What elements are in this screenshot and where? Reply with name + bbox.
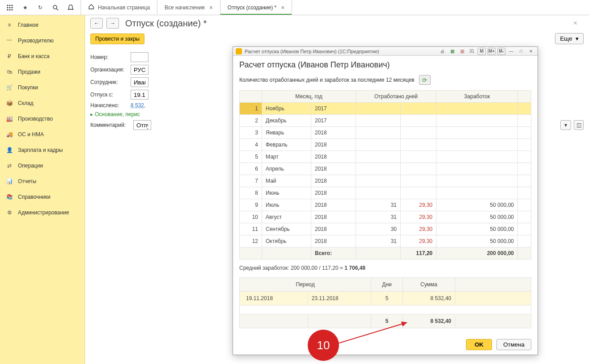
forward-button[interactable]: → [106, 18, 119, 29]
period-row[interactable]: 19.11.2018 23.11.2018 5 8 532,40 [240, 292, 531, 305]
number-field[interactable] [131, 52, 148, 62]
m-button[interactable]: M [478, 48, 486, 55]
svg-point-6 [7, 9, 8, 10]
sidebar-item-assets[interactable]: 🚚ОС и НМА [0, 126, 85, 142]
apps-icon[interactable] [6, 4, 13, 11]
chevron-right-icon[interactable]: ▸ [90, 111, 93, 117]
post-and-close-button[interactable]: Провести и закры [90, 33, 144, 44]
table-row[interactable]: 4Февраль2018 [240, 139, 531, 151]
table-row[interactable]: 9Июль20183129,3050 000,00 [240, 199, 531, 211]
row-index: 8 [240, 187, 262, 199]
calendar-icon[interactable]: ▦ [458, 48, 466, 55]
sidebar-item-warehouse[interactable]: 📦Склад [0, 95, 85, 111]
sidebar-item-label: Производство [18, 116, 53, 122]
row-earn [436, 175, 518, 187]
row-index: 10 [240, 211, 262, 223]
cancel-button[interactable]: Отмена [496, 339, 531, 350]
main-content: ← → Отпуск (создание) * × Провести и зак… [85, 15, 589, 364]
back-button[interactable]: ← [90, 18, 103, 29]
table-row[interactable]: 3Январь2018 [240, 127, 531, 139]
ok-button[interactable]: OK [466, 339, 492, 350]
period-table: Период Дни Сумма 19.11.2018 23.11.2018 5… [239, 277, 531, 328]
tab-all-accruals[interactable]: Все начисления × [157, 0, 220, 15]
tab-vacation-create[interactable]: Отпуск (создание) * × [220, 0, 292, 15]
maximize-icon[interactable]: □ [517, 48, 525, 55]
row-ratio: 29,30 [401, 235, 436, 247]
comment-field[interactable] [133, 120, 151, 130]
close-page-button[interactable]: × [573, 19, 584, 27]
sidebar-item-admin[interactable]: ⚙Администрирование [0, 205, 85, 220]
grid-icon[interactable]: ▦ [448, 48, 456, 55]
row-month: Сентябрь [262, 223, 311, 235]
table-row[interactable]: 5Март2018 [240, 151, 531, 163]
history-icon[interactable]: ↻ [37, 4, 44, 11]
close-icon[interactable]: × [209, 4, 213, 11]
col-extra [518, 91, 531, 103]
row-ratio [401, 187, 436, 199]
svg-point-7 [9, 9, 10, 10]
vacation-from-field[interactable] [131, 90, 148, 100]
sidebar-item-label: Отчеты [18, 178, 36, 184]
months-table: Месяц, год Отработано дней Заработок 1Но… [239, 90, 531, 259]
col-index [240, 91, 262, 103]
table-row[interactable]: 12Октябрь20183129,3050 000,00 [240, 235, 531, 247]
table-row[interactable]: 10Август20183129,3050 000,00 [240, 211, 531, 223]
sidebar-item-sales[interactable]: 🛍Продажи [0, 64, 85, 79]
org-field[interactable] [131, 65, 148, 75]
table-row[interactable]: 8Июнь2018 [240, 187, 531, 199]
row-earn [436, 127, 518, 139]
col-period: Период [240, 278, 371, 292]
table-row[interactable]: 2Декабрь2017 [240, 115, 531, 127]
truck-icon: 🚚 [5, 131, 13, 138]
print-icon[interactable]: 🖨 [438, 48, 446, 55]
sidebar-item-production[interactable]: 🏭Производство [0, 111, 85, 126]
sidebar-item-refs[interactable]: 📚Справочники [0, 189, 85, 205]
row-index: 7 [240, 175, 262, 187]
bell-icon[interactable] [67, 4, 74, 11]
row-days [356, 151, 401, 163]
sidebar-item-label: Руководителю [18, 38, 54, 44]
table-row[interactable]: 6Апрель2018 [240, 163, 531, 175]
row-ratio [401, 175, 436, 187]
accrued-label: Начислено: [90, 102, 131, 109]
row-ratio [401, 115, 436, 127]
dropdown-button[interactable]: ▾ [560, 120, 571, 130]
m-minus-button[interactable]: M- [497, 48, 505, 55]
row-year: 2018 [311, 175, 356, 187]
table-row[interactable]: 7Май2018 [240, 175, 531, 187]
sidebar-item-reports[interactable]: 📊Отчеты [0, 173, 85, 189]
open-button[interactable]: ◫ [574, 120, 584, 130]
sidebar-item-hr[interactable]: 👤Зарплата и кадры [0, 142, 85, 158]
row-index: 11 [240, 223, 262, 235]
star-icon[interactable]: ★ [21, 4, 29, 11]
sidebar-item-manager[interactable]: 〰Руководителю [0, 33, 85, 48]
accrued-link[interactable]: 8 532, [131, 102, 145, 109]
sidebar-item-operations[interactable]: ⇄Операции [0, 158, 85, 173]
tab-home[interactable]: Начальная страница [81, 0, 157, 15]
book-icon: 📚 [5, 194, 13, 200]
search-icon[interactable] [52, 4, 59, 11]
m-plus-button[interactable]: M+ [487, 48, 496, 55]
col-days: Дни [371, 278, 403, 292]
more-button[interactable]: Еще ▾ [555, 33, 584, 44]
refresh-button[interactable]: ⟳ [419, 75, 431, 85]
row-ratio: 29,30 [401, 199, 436, 211]
row-days: 30 [356, 223, 401, 235]
sidebar-item-main[interactable]: ≡Главное [0, 17, 85, 33]
close-icon[interactable]: ✕ [527, 48, 535, 55]
date-icon[interactable]: 31 [468, 48, 476, 55]
row-days [356, 103, 401, 115]
table-row[interactable]: 1Ноябрь2017 [240, 103, 531, 115]
close-icon[interactable]: × [281, 4, 284, 11]
minimize-icon[interactable]: — [507, 48, 515, 55]
sidebar-item-bank[interactable]: ₽Банк и касса [0, 48, 85, 64]
row-month: Июль [262, 199, 311, 211]
svg-point-4 [9, 7, 10, 8]
employee-field[interactable] [131, 77, 148, 87]
basis-link[interactable]: Основание, перис [95, 111, 140, 117]
row-month: Ноябрь [262, 103, 311, 115]
sidebar-item-purchases[interactable]: 🛒Покупки [0, 79, 85, 95]
row-ratio [401, 163, 436, 175]
modal-titlebar[interactable]: Расчет отпуска (Иванов Петр Иванович) (1… [233, 47, 538, 56]
table-row[interactable]: 11Сентябрь20183029,3050 000,00 [240, 223, 531, 235]
